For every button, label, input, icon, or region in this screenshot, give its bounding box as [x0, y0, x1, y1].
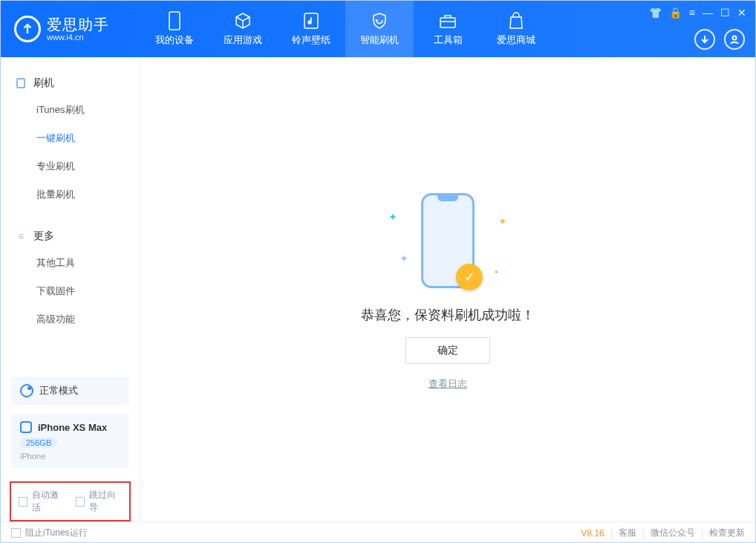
main-content: ✦ ✦ ✦ • ✓ 恭喜您，保资料刷机成功啦！ 确定 查看日志 — [140, 57, 755, 521]
version-label: V8.16 — [581, 528, 604, 539]
app-name: 爱思助手 — [47, 16, 109, 33]
tab-ringtone-wallpaper[interactable]: 铃声壁纸 — [277, 1, 345, 57]
sidebar-category-more: ≡ 更多 — [1, 224, 140, 249]
tab-toolbox[interactable]: 工具箱 — [414, 1, 482, 57]
ok-button[interactable]: 确定 — [405, 337, 490, 364]
logo-area: 爱思助手 www.i4.cn — [1, 16, 140, 42]
footer-link-wechat[interactable]: 微信公众号 — [651, 527, 695, 539]
tab-apps-games[interactable]: 应用游戏 — [209, 1, 277, 57]
status-bar: 阻止iTunes运行 V8.16 | 客服 | 微信公众号 | 检查更新 — [1, 521, 755, 543]
app-logo-icon — [14, 16, 41, 42]
sparkle-icon: ✦ — [498, 215, 507, 227]
sidebar-item-advanced[interactable]: 高级功能 — [1, 305, 140, 334]
list-icon: ≡ — [16, 231, 26, 241]
app-url: www.i4.cn — [47, 33, 109, 42]
mode-label: 正常模式 — [39, 384, 78, 397]
footer-link-support[interactable]: 客服 — [619, 527, 636, 539]
flash-options-highlight: 自动激活 跳过向导 — [10, 481, 131, 521]
checkbox-icon — [76, 497, 85, 507]
success-message: 恭喜您，保资料刷机成功啦！ — [361, 306, 535, 324]
checkbox-icon — [11, 528, 21, 538]
tab-smart-flash[interactable]: 智能刷机 — [345, 1, 414, 57]
sidebar-item-itunes-flash[interactable]: iTunes刷机 — [1, 96, 140, 124]
checkbox-icon — [19, 497, 27, 507]
view-log-link[interactable]: 查看日志 — [428, 377, 467, 391]
app-header: 爱思助手 www.i4.cn 我的设备 应用游戏 铃声壁纸 智能刷机 工具箱 爱… — [1, 1, 755, 57]
refresh-shield-icon — [370, 11, 389, 30]
main-tabs: 我的设备 应用游戏 铃声壁纸 智能刷机 工具箱 爱思商城 — [140, 1, 550, 57]
device-small-icon — [20, 421, 32, 433]
svg-rect-4 — [17, 79, 25, 88]
tab-my-device[interactable]: 我的设备 — [140, 1, 209, 57]
phone-outline-icon: ✓ — [421, 193, 475, 288]
checkbox-skip-guide[interactable]: 跳过向导 — [76, 489, 123, 514]
sidebar-item-oneclick-flash[interactable]: 一键刷机 — [1, 124, 140, 152]
svg-point-3 — [733, 36, 737, 40]
checkmark-badge-icon: ✓ — [456, 264, 483, 290]
device-info-box[interactable]: iPhone XS Max 256GB iPhone — [11, 414, 129, 468]
cube-icon — [233, 11, 252, 30]
music-note-icon — [302, 11, 321, 30]
sidebar-item-batch-flash[interactable]: 批量刷机 — [1, 181, 140, 209]
user-profile-button[interactable] — [724, 29, 745, 50]
device-type: iPhone — [20, 452, 120, 461]
tab-store[interactable]: 爱思商城 — [482, 1, 550, 57]
sidebar: 刷机 iTunes刷机 一键刷机 专业刷机 批量刷机 ≡ 更多 其他工具 下载固… — [1, 57, 140, 521]
sparkle-icon: • — [495, 266, 498, 278]
shirt-icon[interactable]: 👕 — [649, 7, 662, 19]
lock-icon[interactable]: 🔒 — [669, 7, 682, 19]
device-capacity: 256GB — [20, 438, 57, 448]
toolbox-icon — [438, 11, 457, 30]
sparkle-icon: ✦ — [388, 211, 397, 223]
device-icon — [16, 78, 26, 88]
maximize-button[interactable]: ☐ — [720, 7, 730, 19]
close-button[interactable]: ✕ — [737, 7, 746, 19]
mode-icon — [20, 384, 33, 397]
sidebar-item-other-tools[interactable]: 其他工具 — [1, 249, 140, 277]
shopping-bag-icon — [506, 11, 526, 30]
checkbox-block-itunes[interactable]: 阻止iTunes运行 — [11, 527, 88, 539]
phone-icon — [165, 11, 184, 30]
footer-link-update[interactable]: 检查更新 — [709, 527, 745, 539]
sidebar-category-flash: 刷机 — [1, 71, 140, 96]
sidebar-item-download-firmware[interactable]: 下载固件 — [1, 277, 140, 305]
success-illustration: ✦ ✦ ✦ • ✓ — [381, 189, 515, 293]
sidebar-item-pro-flash[interactable]: 专业刷机 — [1, 152, 140, 181]
svg-rect-0 — [169, 12, 180, 30]
device-name: iPhone XS Max — [38, 422, 107, 433]
download-button[interactable] — [694, 29, 715, 50]
svg-rect-2 — [440, 18, 455, 27]
checkbox-auto-activate[interactable]: 自动激活 — [19, 489, 65, 514]
window-controls: 👕 🔒 ≡ — ☐ ✕ — [649, 7, 746, 19]
minimize-button[interactable]: — — [703, 7, 713, 19]
device-mode-box[interactable]: 正常模式 — [11, 377, 129, 405]
sparkle-icon: ✦ — [400, 253, 408, 264]
menu-icon[interactable]: ≡ — [689, 7, 695, 19]
